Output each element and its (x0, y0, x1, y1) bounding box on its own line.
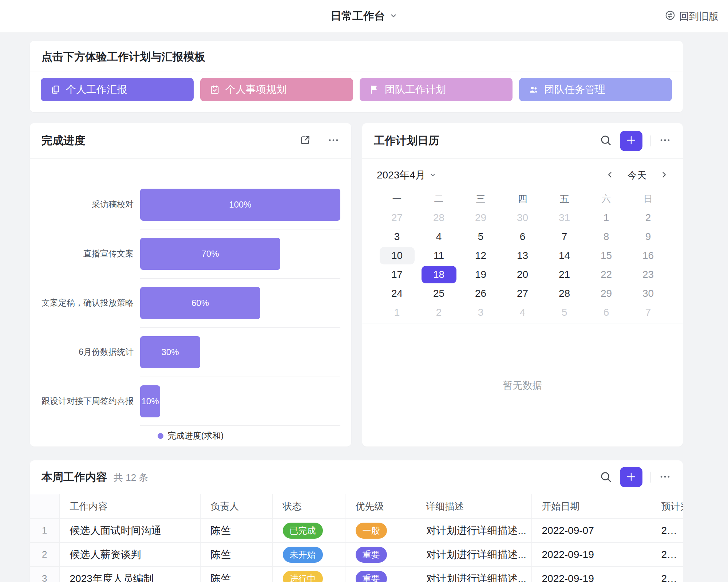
calendar-day-7[interactable]: 7 (627, 303, 669, 322)
calendar-day-number: 21 (547, 266, 582, 283)
workspace-title-dropdown[interactable]: 日常工作台 (331, 9, 397, 24)
calendar-day-30[interactable]: 30 (627, 284, 669, 303)
calendar-day-19[interactable]: 19 (460, 265, 502, 284)
template-button-2[interactable]: 个人事项规划 (200, 78, 353, 101)
calendar-day-4[interactable]: 4 (418, 227, 460, 246)
more-options-button[interactable] (659, 471, 671, 484)
calendar-day-29[interactable]: 29 (460, 208, 502, 227)
column-header[interactable]: 预计完 (651, 494, 683, 519)
owner-cell[interactable]: 陈竺 (200, 567, 272, 582)
calendar-day-1[interactable]: 1 (376, 303, 418, 322)
calendar-day-27[interactable]: 27 (502, 284, 543, 303)
flag-icon (369, 84, 379, 95)
calendar-day-30[interactable]: 30 (502, 208, 543, 227)
calendar-day-2[interactable]: 2 (627, 208, 669, 227)
description-cell[interactable]: 对计划进行详细描述... (416, 519, 531, 543)
template-button-3[interactable]: 团队工作计划 (360, 78, 513, 101)
calendar-day-17[interactable]: 17 (376, 265, 418, 284)
next-month-button[interactable] (660, 170, 668, 180)
more-options-button[interactable] (659, 134, 671, 148)
open-in-new-button[interactable] (299, 134, 311, 147)
search-button[interactable] (600, 134, 612, 148)
task-cell[interactable]: 候选人薪资谈判 (59, 543, 200, 567)
calendar-day-28[interactable]: 28 (418, 208, 460, 227)
start-date-cell[interactable]: 2022-09-19 (531, 567, 651, 582)
calendar-day-7[interactable]: 7 (543, 227, 585, 246)
column-header[interactable]: 开始日期 (531, 494, 651, 519)
month-selector[interactable]: 2023年4月 (377, 168, 436, 182)
add-record-button[interactable] (620, 131, 642, 151)
calendar-day-21[interactable]: 21 (543, 265, 585, 284)
start-date-cell[interactable]: 2022-09-19 (531, 543, 651, 567)
calendar-day-29[interactable]: 29 (585, 284, 627, 303)
calendar-day-2[interactable]: 2 (418, 303, 460, 322)
calendar-day-5[interactable]: 5 (543, 303, 585, 322)
calendar-day-12[interactable]: 12 (460, 246, 502, 265)
owner-cell[interactable]: 陈竺 (200, 543, 272, 567)
description-cell[interactable]: 对计划进行详细描述... (416, 543, 531, 567)
template-button-4[interactable]: 团队任务管理 (519, 78, 672, 101)
calendar-day-4[interactable]: 4 (502, 303, 543, 322)
today-button[interactable]: 今天 (628, 169, 646, 182)
due-date-cell[interactable]: 2022- (651, 543, 683, 567)
chart-category-label: 文案定稿，确认投放策略 (41, 278, 140, 327)
calendar-day-8[interactable]: 8 (585, 227, 627, 246)
calendar-day-9[interactable]: 9 (627, 227, 669, 246)
calendar-day-3[interactable]: 3 (460, 303, 502, 322)
calendar-day-10-today[interactable]: 10 (376, 246, 418, 265)
calendar-day-20[interactable]: 20 (502, 265, 543, 284)
task-cell[interactable]: 候选人面试时间沟通 (59, 519, 200, 543)
table-row: 32023年度人员编制陈竺进行中重要对计划进行详细描述...2022-09-19… (30, 567, 683, 582)
status-cell[interactable]: 进行中 (272, 567, 345, 582)
task-cell[interactable]: 2023年度人员编制 (59, 567, 200, 582)
calendar-day-31[interactable]: 31 (543, 208, 585, 227)
calendar-day-15[interactable]: 15 (585, 246, 627, 265)
priority-cell[interactable]: 一般 (345, 519, 416, 543)
calendar-day-14[interactable]: 14 (543, 246, 585, 265)
calendar-day-11[interactable]: 11 (418, 246, 460, 265)
column-header[interactable]: 状态 (272, 494, 345, 519)
calendar-card-title: 工作计划日历 (374, 133, 439, 148)
priority-cell[interactable]: 重要 (345, 543, 416, 567)
chart-row: 跟设计对接下周签约喜报10% (41, 377, 340, 426)
calendar-day-18-selected[interactable]: 18 (418, 265, 460, 284)
status-cell[interactable]: 未开始 (272, 543, 345, 567)
column-header[interactable]: 详细描述 (416, 494, 531, 519)
priority-cell[interactable]: 重要 (345, 567, 416, 582)
calendar-day-16[interactable]: 16 (627, 246, 669, 265)
description-cell[interactable]: 对计划进行详细描述... (416, 567, 531, 582)
search-button[interactable] (600, 471, 612, 484)
due-date-cell[interactable]: 2022- (651, 519, 683, 543)
calendar-day-22[interactable]: 22 (585, 265, 627, 284)
calendar-day-25[interactable]: 25 (418, 284, 460, 303)
due-date-cell[interactable]: 2022- (651, 567, 683, 582)
column-header[interactable]: 工作内容 (59, 494, 200, 519)
work-table: 工作内容负责人状态优先级详细描述开始日期预计完 1候选人面试时间沟通陈竺已完成一… (30, 494, 683, 582)
column-header[interactable]: 优先级 (345, 494, 416, 519)
start-date-cell[interactable]: 2022-09-07 (531, 519, 651, 543)
status-cell[interactable]: 已完成 (272, 519, 345, 543)
column-header[interactable]: 负责人 (200, 494, 272, 519)
calendar-day-26[interactable]: 26 (460, 284, 502, 303)
more-options-button[interactable] (327, 134, 340, 148)
divider (650, 472, 651, 483)
back-to-old-version-link[interactable]: 回到旧版 (665, 0, 719, 33)
calendar-day-27[interactable]: 27 (376, 208, 418, 227)
calendar-day-6[interactable]: 6 (585, 303, 627, 322)
calendar-day-13[interactable]: 13 (502, 246, 543, 265)
add-record-button[interactable] (620, 467, 642, 487)
weekday-label: 五 (543, 189, 585, 208)
calendar-day-3[interactable]: 3 (376, 227, 418, 246)
calendar-card: 工作计划日历 (362, 123, 683, 447)
prev-month-button[interactable] (606, 170, 614, 180)
owner-cell[interactable]: 陈竺 (200, 519, 272, 543)
calendar-day-1[interactable]: 1 (585, 208, 627, 227)
calendar-day-number: 17 (380, 266, 415, 283)
calendar-day-24[interactable]: 24 (376, 284, 418, 303)
calendar-day-6[interactable]: 6 (502, 227, 543, 246)
template-button-1[interactable]: 个人工作汇报 (41, 78, 194, 101)
calendar-day-28[interactable]: 28 (543, 284, 585, 303)
calendar-day-5[interactable]: 5 (460, 227, 502, 246)
status-badge: 进行中 (283, 571, 323, 582)
calendar-day-23[interactable]: 23 (627, 265, 669, 284)
